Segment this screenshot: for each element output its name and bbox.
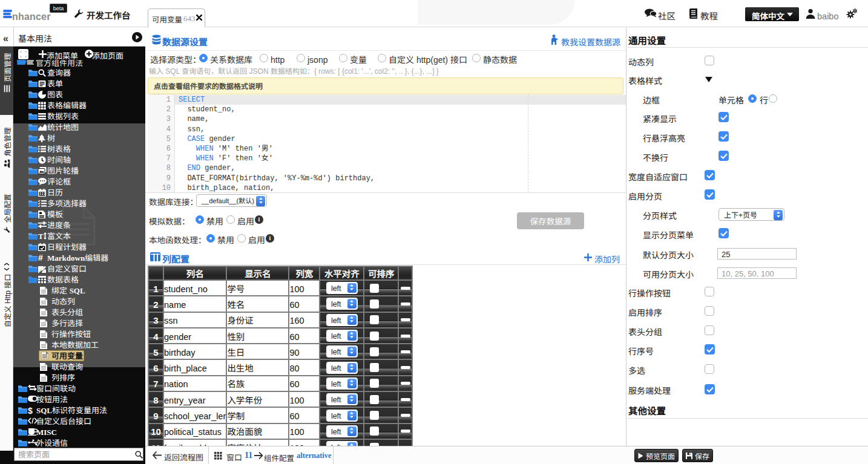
svg-text:$: $	[28, 407, 33, 414]
svg-text:#: #	[38, 254, 43, 261]
svg-text:T: T	[38, 232, 44, 240]
